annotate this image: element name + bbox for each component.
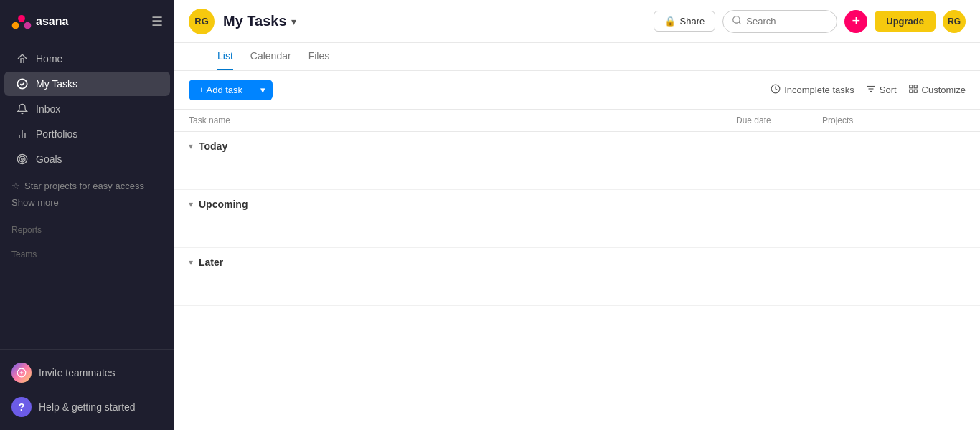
invite-icon [11,363,32,383]
show-more-label: Show more [11,197,59,208]
portfolios-icon [16,128,29,140]
upcoming-chevron-icon: ▾ [189,199,193,209]
asana-logo: asana [11,11,68,32]
today-section-label: Today [199,140,227,152]
search-box[interactable] [722,10,837,33]
svg-rect-20 [914,85,917,88]
goals-icon [16,153,29,166]
help-icon: ? [11,397,32,417]
section-label-teams[interactable]: Teams [0,238,174,262]
topbar-actions: 🔒 Share + Upgrade RG [654,10,966,33]
col-projects: Projects [822,115,966,125]
lock-icon: 🔒 [664,16,676,27]
tab-calendar[interactable]: Calendar [250,43,291,70]
help-label: Help & getting started [39,401,136,413]
incomplete-tasks-button[interactable]: Incomplete tasks [771,84,854,96]
svg-point-9 [22,158,24,161]
tab-list-label: List [217,50,233,62]
later-chevron-icon: ▾ [189,257,193,267]
goals-label: Goals [36,153,62,165]
upcoming-section-label: Upcoming [199,199,248,210]
invite-teammates-label: Invite teammates [39,367,116,378]
topbar: RG My Tasks ▾ 🔒 Share + Upgrade RG [174,0,980,43]
invite-teammates-button[interactable]: Invite teammates [0,355,174,390]
inbox-label: Inbox [36,103,60,115]
today-chevron-icon: ▾ [189,141,193,151]
page-title: My Tasks [223,13,287,29]
share-label: Share [680,16,705,27]
my-tasks-label: My Tasks [36,78,77,90]
section-label-reports[interactable]: Reports [0,214,174,238]
svg-rect-21 [909,90,912,92]
svg-point-3 [17,79,27,88]
reports-label: Reports [11,225,42,235]
asana-logo-text: asana [36,15,68,28]
tab-files-label: Files [308,50,330,62]
sidebar-item-inbox[interactable]: Inbox [4,97,170,121]
add-new-button[interactable]: + [844,10,867,33]
star-icon: ☆ [11,181,20,191]
section-later[interactable]: ▾ Later [174,248,980,277]
star-projects-label: Star projects for easy access [24,181,144,191]
later-spacer [174,277,980,306]
add-task-main-button[interactable]: + Add task [189,80,253,100]
asana-logo-icon [11,11,32,32]
tab-list[interactable]: List [217,43,233,70]
svg-point-0 [18,15,25,22]
add-task-label: + Add task [199,85,242,95]
sidebar-item-portfolios[interactable]: Portfolios [4,122,170,146]
customize-label: Customize [922,85,966,95]
sidebar-header: asana ☰ [0,0,174,43]
tab-calendar-label: Calendar [250,50,291,62]
user-avatar-initials: RG [948,16,961,27]
svg-point-13 [733,16,740,22]
page-avatar: RG [189,9,215,34]
svg-point-8 [19,156,25,162]
add-task-dropdown-button[interactable]: ▾ [253,80,273,100]
customize-icon [908,84,918,96]
svg-rect-19 [909,85,912,88]
svg-rect-22 [914,90,917,92]
my-tasks-icon [16,77,29,90]
add-task-button-group: + Add task ▾ [189,80,273,100]
task-area: Task name Due date Projects ▾ Today ▾ Up… [174,110,980,430]
page-title-dropdown-icon[interactable]: ▾ [291,16,296,27]
search-input[interactable] [746,16,828,27]
inbox-icon [16,102,29,115]
page-title-wrap: My Tasks ▾ [223,13,645,29]
section-upcoming[interactable]: ▾ Upcoming [174,190,980,219]
customize-button[interactable]: Customize [908,84,966,96]
user-avatar[interactable]: RG [943,10,966,33]
toolbar-right: Incomplete tasks Sort Customize [771,84,966,96]
teams-label: Teams [11,249,37,259]
star-projects-section: ☆ Star projects for easy access [0,172,174,194]
share-button[interactable]: 🔒 Share [654,11,716,32]
sidebar-bottom: Invite teammates ? Help & getting starte… [0,349,174,430]
sort-button[interactable]: Sort [866,84,897,96]
sidebar-toggle-icon[interactable]: ☰ [151,14,163,29]
upgrade-button[interactable]: Upgrade [875,11,936,32]
help-getting-started-button[interactable]: ? Help & getting started [0,390,174,424]
sort-icon [866,84,876,96]
main-content: RG My Tasks ▾ 🔒 Share + Upgrade RG [174,0,980,430]
home-icon [16,52,29,65]
tab-bar: List Calendar Files [174,43,980,71]
later-section-label: Later [199,257,223,268]
svg-point-2 [24,22,32,29]
incomplete-tasks-label: Incomplete tasks [784,85,854,95]
section-today[interactable]: ▾ Today [174,132,980,161]
show-more-button[interactable]: Show more [0,194,174,214]
col-due-date: Due date [736,115,822,125]
page-avatar-initials: RG [194,16,209,27]
sidebar-item-my-tasks[interactable]: My Tasks [4,72,170,96]
today-spacer [174,161,980,190]
incomplete-tasks-icon [771,84,781,96]
search-icon [732,15,742,28]
task-toolbar: + Add task ▾ Incomplete tasks Sort [174,71,980,110]
sidebar-item-home[interactable]: Home [4,47,170,71]
sidebar-item-goals[interactable]: Goals [4,147,170,171]
column-headers: Task name Due date Projects [174,110,980,132]
svg-line-14 [739,22,741,24]
upcoming-spacer [174,219,980,248]
tab-files[interactable]: Files [308,43,330,70]
